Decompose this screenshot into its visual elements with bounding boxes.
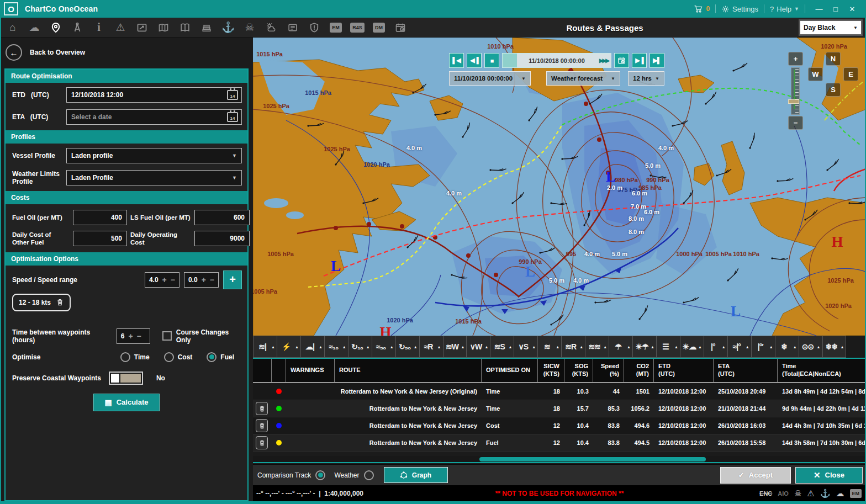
close-window-button[interactable]: ✕: [844, 5, 860, 13]
layer-expand-caret[interactable]: ▲: [769, 345, 773, 349]
pan-n-button[interactable]: N: [826, 52, 841, 66]
layer-expand-caret[interactable]: ▲: [674, 345, 678, 349]
em-badge[interactable]: EM: [328, 19, 344, 36]
layer-expand-caret[interactable]: ▲: [603, 345, 607, 349]
dew-point-layer[interactable]: |°′▲: [752, 336, 775, 358]
calendar-icon[interactable]: 14: [227, 112, 238, 122]
layer-expand-caret[interactable]: ▲: [295, 345, 299, 349]
swell-dir-layer[interactable]: ∨S▲: [514, 336, 538, 358]
layer-expand-caret[interactable]: ▲: [627, 345, 631, 349]
gust-10m-layer[interactable]: ↻₁₀▲: [348, 336, 372, 358]
publications-book-icon[interactable]: [177, 19, 193, 36]
stop-button[interactable]: ■: [484, 53, 499, 68]
cart-button[interactable]: 0: [694, 4, 710, 14]
table-row[interactable]: Rotterdam to New York & New JerseyCost12…: [253, 417, 866, 434]
plus-icon[interactable]: +: [162, 275, 167, 284]
layer-expand-caret[interactable]: ▲: [722, 345, 726, 349]
cost-input-3[interactable]: 9000: [194, 231, 250, 246]
optimise-radio-cost[interactable]: Cost: [164, 352, 193, 362]
layer-expand-caret[interactable]: ▲: [461, 345, 465, 349]
layer-expand-caret[interactable]: ▲: [651, 345, 654, 349]
wind-10m-layer[interactable]: ≈₁₀▲: [325, 336, 348, 358]
layer-expand-caret[interactable]: ▲: [319, 345, 323, 349]
pan-w-button[interactable]: W: [808, 67, 823, 81]
trash-icon[interactable]: [56, 298, 64, 306]
zoom-in-button[interactable]: +: [788, 52, 803, 66]
wind-relative-layer[interactable]: ≈R▲: [420, 336, 443, 358]
back-to-overview-button[interactable]: ← Back to Overview: [0, 38, 253, 66]
cost-input-1[interactable]: 600: [194, 210, 250, 225]
delete-route-button[interactable]: [256, 419, 268, 432]
sig-wave-height-layer[interactable]: ≋▲: [538, 336, 562, 358]
routes-pin-icon[interactable]: [47, 19, 64, 36]
layer-expand-caret[interactable]: ▲: [841, 345, 844, 349]
comparison-track-radio[interactable]: [315, 470, 325, 480]
speed-range-chip[interactable]: 12 - 18 kts: [12, 294, 71, 311]
ice-layer[interactable]: ❄▲: [775, 336, 799, 358]
zoom-slider[interactable]: [791, 67, 800, 115]
help-button[interactable]: ? Help ▼: [770, 5, 799, 13]
visibility-layer[interactable]: ⊙⊙▲: [799, 336, 823, 358]
fast-forward-icon[interactable]: ▶▶▶: [599, 57, 609, 63]
swell-layer[interactable]: ≋S▲: [490, 336, 514, 358]
layer-expand-caret[interactable]: ▲: [414, 345, 418, 349]
optimise-radio-fuel[interactable]: Fuel: [207, 352, 234, 362]
cost-input-0[interactable]: 400: [73, 210, 127, 225]
wind-wave-layer[interactable]: ≋W▲: [443, 336, 467, 358]
layer-expand-caret[interactable]: ▲: [817, 345, 821, 349]
sea-temp-layer[interactable]: ≈|°▲: [728, 336, 752, 358]
weather-limits-dropdown[interactable]: Laden Profile ▼: [66, 170, 242, 185]
passage-tools-dividers-icon[interactable]: [69, 19, 86, 36]
passage-plan-icon[interactable]: [134, 19, 150, 36]
news-icon[interactable]: [284, 19, 301, 36]
minus-icon[interactable]: −: [210, 275, 214, 284]
total-sea-layer[interactable]: ≋≋▲: [585, 336, 609, 358]
etd-input[interactable]: 12/10/2018 12:00 14: [66, 87, 242, 103]
calculate-button[interactable]: ▦ Calculate: [93, 394, 160, 411]
relative-wave-layer[interactable]: ≋R▲: [562, 336, 585, 358]
warning-status-icon[interactable]: ⚠: [807, 489, 814, 498]
cost-input-2[interactable]: 500: [73, 231, 127, 246]
plus-icon[interactable]: +: [128, 332, 133, 341]
scrollbar-thumb[interactable]: [479, 457, 706, 461]
horizontal-scrollbar[interactable]: [253, 456, 866, 463]
wind-profile-layer[interactable]: ≋|▲: [253, 336, 277, 358]
step-forward-button[interactable]: ▶▐: [632, 53, 647, 68]
speed-stepper[interactable]: 4.0 + −: [145, 272, 179, 288]
layer-expand-caret[interactable]: ▲: [556, 345, 559, 349]
table-row[interactable]: Rotterdam to New York & New JerseyFuel12…: [253, 434, 866, 452]
skip-start-button[interactable]: ▌◀: [449, 53, 464, 68]
pan-e-button[interactable]: E: [843, 67, 858, 81]
showers-layer[interactable]: ☀☂▲: [633, 336, 657, 358]
chart-folio-icon[interactable]: [155, 19, 172, 36]
ice-accretion-layer[interactable]: ❄❄▲: [823, 336, 847, 358]
cloud-base-layer[interactable]: ☁|▲: [301, 336, 325, 358]
course-changes-checkbox[interactable]: [162, 331, 171, 341]
minus-icon[interactable]: −: [171, 275, 175, 284]
zoom-out-button[interactable]: −: [788, 116, 803, 130]
wind-50m-layer[interactable]: ≈₅₀▲: [372, 336, 396, 358]
warnings-triangle-icon[interactable]: ⚠: [112, 19, 129, 36]
zoom-slider-handle[interactable]: [788, 99, 799, 104]
layer-expand-caret[interactable]: ▲: [746, 345, 749, 349]
minimize-button[interactable]: —: [811, 5, 827, 13]
layer-expand-caret[interactable]: ▲: [271, 345, 275, 349]
table-row[interactable]: Rotterdam to New York & New Jersey (Orig…: [253, 383, 866, 400]
piracy-skull-icon[interactable]: ☠: [241, 19, 258, 36]
layer-expand-caret[interactable]: ▲: [390, 345, 394, 349]
vessel-profile-dropdown[interactable]: Laden profile ▼: [66, 148, 242, 163]
table-row[interactable]: Rotterdam to New York & New JerseyTime18…: [253, 400, 866, 417]
layer-expand-caret[interactable]: ▲: [366, 345, 370, 349]
skip-end-button[interactable]: ▶▌: [650, 53, 664, 68]
weather-status-icon[interactable]: ☁: [836, 489, 844, 498]
add-speed-range-button[interactable]: +: [223, 270, 242, 289]
layer-expand-caret[interactable]: ▲: [342, 345, 346, 349]
layer-expand-caret[interactable]: ▲: [484, 345, 488, 349]
sun-shower-layer[interactable]: ☀☁▲: [680, 336, 704, 358]
home-icon[interactable]: ⌂: [4, 19, 21, 36]
eta-input[interactable]: Select a date 14: [66, 109, 242, 125]
library-books-icon[interactable]: [198, 19, 215, 36]
anchor-status-icon[interactable]: ⚓: [820, 489, 831, 498]
layer-expand-caret[interactable]: ▲: [437, 345, 441, 349]
layer-expand-caret[interactable]: ▲: [508, 345, 512, 349]
